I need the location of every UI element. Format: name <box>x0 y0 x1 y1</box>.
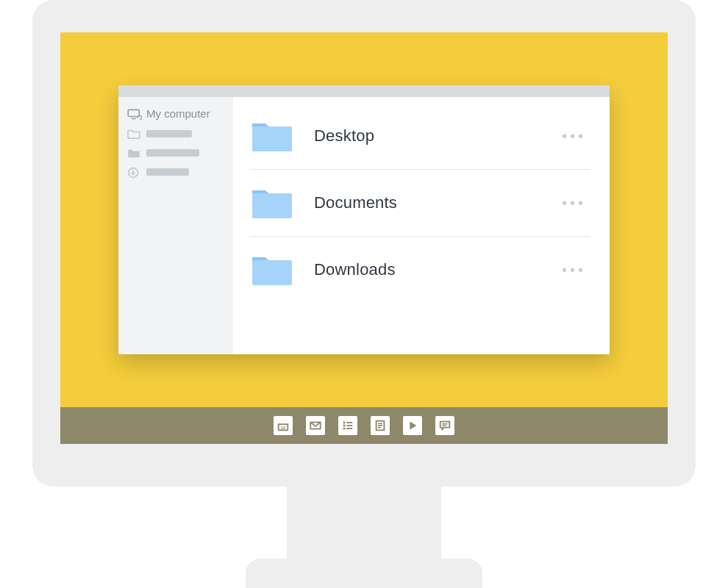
document-icon[interactable] <box>371 416 390 435</box>
svg-rect-15 <box>346 422 352 423</box>
sidebar-item-my-computer[interactable]: My computer <box>127 107 224 120</box>
folder-label: Documents <box>314 193 541 212</box>
svg-rect-16 <box>343 425 346 427</box>
folder-solid-icon <box>127 148 140 158</box>
monitor-stand-neck <box>287 470 441 573</box>
svg-rect-7 <box>278 421 288 424</box>
folder-row-documents[interactable]: Documents ••• <box>251 170 590 237</box>
svg-rect-19 <box>346 428 352 429</box>
window-titlebar[interactable] <box>118 85 610 97</box>
chat-icon[interactable] <box>435 416 454 435</box>
list-icon[interactable] <box>338 416 357 435</box>
taskbar: 12 <box>60 407 668 444</box>
svg-rect-14 <box>343 422 346 424</box>
play-icon[interactable] <box>403 416 422 435</box>
more-actions-icon[interactable]: ••• <box>562 128 588 145</box>
sidebar-item-placeholder-3[interactable] <box>127 167 224 177</box>
folder-icon <box>251 186 293 220</box>
svg-rect-11 <box>280 420 282 422</box>
sidebar-item-placeholder-1[interactable] <box>127 129 224 139</box>
folder-label: Desktop <box>314 126 541 146</box>
sidebar-item-label: My computer <box>146 107 210 120</box>
sidebar-placeholder-text <box>146 168 189 176</box>
svg-rect-5 <box>252 260 292 285</box>
svg-rect-12 <box>285 420 287 422</box>
file-browser-window: My computer <box>118 85 610 354</box>
download-circle-icon <box>127 167 140 177</box>
folder-row-downloads[interactable]: Downloads ••• <box>251 237 590 303</box>
svg-text:12: 12 <box>281 426 286 430</box>
folder-icon <box>251 253 293 287</box>
calendar-icon[interactable]: 12 <box>274 416 293 435</box>
svg-rect-18 <box>343 428 346 430</box>
mail-icon[interactable] <box>306 416 325 435</box>
folder-list: Desktop ••• Documents ••• <box>233 97 610 354</box>
sidebar-item-placeholder-2[interactable] <box>127 148 224 158</box>
monitor-sync-icon <box>127 109 140 119</box>
sidebar-placeholder-text <box>146 149 199 157</box>
monitor-stand-base <box>246 559 482 588</box>
sidebar-placeholder-text <box>146 130 192 137</box>
folder-label: Downloads <box>314 260 541 279</box>
folder-row-desktop[interactable]: Desktop ••• <box>251 103 590 170</box>
sidebar: My computer <box>118 97 233 354</box>
more-actions-icon[interactable]: ••• <box>562 195 588 212</box>
folder-icon <box>251 119 293 153</box>
more-actions-icon[interactable]: ••• <box>562 262 588 279</box>
svg-rect-17 <box>346 425 352 426</box>
svg-rect-0 <box>128 110 139 116</box>
svg-rect-4 <box>252 193 292 218</box>
folder-outline-icon <box>127 129 140 139</box>
svg-rect-3 <box>252 126 292 151</box>
